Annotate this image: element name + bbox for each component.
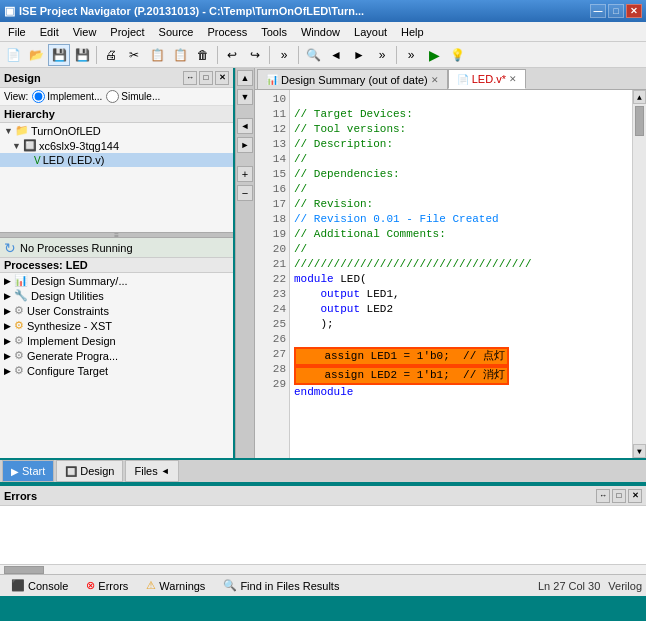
process-generate[interactable]: ▶ ⚙ Generate Progra... bbox=[0, 348, 233, 363]
refresh-icon: ↻ bbox=[4, 240, 16, 256]
menu-help[interactable]: Help bbox=[395, 23, 430, 41]
undo-button[interactable]: ↩ bbox=[221, 44, 243, 66]
new-button[interactable]: 📄 bbox=[2, 44, 24, 66]
panel-header-controls: ↔ □ ✕ bbox=[183, 71, 229, 85]
cursor-position: Ln 27 Col 30 bbox=[538, 580, 600, 592]
view-impl-option[interactable]: Implement... bbox=[32, 90, 102, 103]
zoom-out-button[interactable]: − bbox=[237, 185, 253, 201]
toolbar-group-file: 📄 📂 💾 💾 bbox=[2, 44, 93, 66]
view-impl-radio[interactable] bbox=[32, 90, 45, 103]
h-scroll-thumb[interactable] bbox=[4, 566, 44, 574]
tab-icon-led: 📄 bbox=[457, 74, 469, 85]
vfile-icon: V bbox=[34, 155, 41, 166]
nav-up-button[interactable]: ▲ bbox=[237, 70, 253, 86]
menu-tools[interactable]: Tools bbox=[255, 23, 293, 41]
expand-proc-1: ▶ bbox=[4, 276, 11, 286]
menu-view[interactable]: View bbox=[67, 23, 103, 41]
errors-panel: Errors ↔ □ ✕ bbox=[0, 484, 646, 574]
view-sim-radio[interactable] bbox=[106, 90, 119, 103]
code-content[interactable]: // Target Devices: // Tool versions: // … bbox=[290, 90, 632, 458]
errors-minimize-button[interactable]: □ bbox=[612, 489, 626, 503]
search-next-button[interactable]: ► bbox=[348, 44, 370, 66]
menu-project[interactable]: Project bbox=[104, 23, 150, 41]
status-tab-warnings[interactable]: ⚠ Warnings bbox=[139, 577, 212, 594]
copy-button[interactable]: 📋 bbox=[146, 44, 168, 66]
redo-button[interactable]: ↪ bbox=[244, 44, 266, 66]
panel-close-button[interactable]: ✕ bbox=[215, 71, 229, 85]
process-implement[interactable]: ▶ ⚙ Implement Design bbox=[0, 333, 233, 348]
scroll-down-button[interactable]: ▼ bbox=[633, 444, 646, 458]
design-tab-button[interactable]: 🔲 Design bbox=[56, 460, 123, 482]
process-synthesize[interactable]: ▶ ⚙ Synthesize - XST bbox=[0, 318, 233, 333]
code-area: 10111213 14151617 18192021 22232425 2627… bbox=[255, 90, 646, 458]
app-icon: ▣ bbox=[4, 4, 15, 18]
run-more-button[interactable]: » bbox=[400, 44, 422, 66]
scroll-thumb[interactable] bbox=[635, 106, 644, 136]
status-tab-find[interactable]: 🔍 Find in Files Results bbox=[216, 577, 346, 594]
panel-minimize-button[interactable]: □ bbox=[199, 71, 213, 85]
panel-float-button[interactable]: ↔ bbox=[183, 71, 197, 85]
maximize-button[interactable]: □ bbox=[608, 4, 624, 18]
nav-down-button[interactable]: ▼ bbox=[237, 89, 253, 105]
delete-button[interactable]: 🗑 bbox=[192, 44, 214, 66]
save-button[interactable]: 💾 bbox=[48, 44, 70, 66]
tab-led[interactable]: 📄 LED.v* ✕ bbox=[448, 69, 526, 89]
process-design-summary[interactable]: ▶ 📊 Design Summary/... bbox=[0, 273, 233, 288]
open-button[interactable]: 📂 bbox=[25, 44, 47, 66]
save-all-button[interactable]: 💾 bbox=[71, 44, 93, 66]
title-bar-left: ▣ ISE Project Navigator (P.20131013) - C… bbox=[4, 4, 364, 18]
menu-process[interactable]: Process bbox=[201, 23, 253, 41]
status-tab-errors[interactable]: ⊗ Errors bbox=[79, 577, 135, 594]
errors-scrollbar-h[interactable] bbox=[0, 564, 646, 574]
status-tab-console[interactable]: ⬛ Console bbox=[4, 577, 75, 594]
start-button[interactable]: ▶ Start bbox=[2, 460, 54, 482]
menu-layout[interactable]: Layout bbox=[348, 23, 393, 41]
errors-header: Errors ↔ □ ✕ bbox=[0, 486, 646, 506]
toolbar-sep-4 bbox=[298, 46, 299, 64]
nav-right-button[interactable]: ► bbox=[237, 137, 253, 153]
minimize-button[interactable]: — bbox=[590, 4, 606, 18]
tab-close-led[interactable]: ✕ bbox=[509, 74, 517, 84]
tree-item-device[interactable]: ▼ 🔲 xc6slx9-3tqg144 bbox=[0, 138, 233, 153]
tree-item-project[interactable]: ▼ 📁 TurnOnOfLED bbox=[0, 123, 233, 138]
menu-source[interactable]: Source bbox=[153, 23, 200, 41]
tree-label-device: xc6slx9-3tqg144 bbox=[39, 140, 119, 152]
proc-icon-2: 🔧 bbox=[14, 289, 28, 302]
process-design-utilities[interactable]: ▶ 🔧 Design Utilities bbox=[0, 288, 233, 303]
search-button[interactable]: 🔍 bbox=[302, 44, 324, 66]
paste-button[interactable]: 📋 bbox=[169, 44, 191, 66]
menu-edit[interactable]: Edit bbox=[34, 23, 65, 41]
files-tab-label: Files bbox=[134, 465, 157, 477]
files-tab-button[interactable]: Files ◄ bbox=[125, 460, 178, 482]
more-button[interactable]: » bbox=[273, 44, 295, 66]
title-bar: ▣ ISE Project Navigator (P.20131013) - C… bbox=[0, 0, 646, 22]
errors-float-button[interactable]: ↔ bbox=[596, 489, 610, 503]
tab-design-summary[interactable]: 📊 Design Summary (out of date) ✕ bbox=[257, 69, 448, 89]
menu-window[interactable]: Window bbox=[295, 23, 346, 41]
menu-file[interactable]: File bbox=[2, 23, 32, 41]
close-button[interactable]: ✕ bbox=[626, 4, 642, 18]
more-search-button[interactable]: » bbox=[371, 44, 393, 66]
process-configure[interactable]: ▶ ⚙ Configure Target bbox=[0, 363, 233, 378]
errors-close-button[interactable]: ✕ bbox=[628, 489, 642, 503]
processes-header: ↻ No Processes Running bbox=[0, 238, 233, 258]
code-scrollbar-v[interactable]: ▲ ▼ bbox=[632, 90, 646, 458]
search-prev-button[interactable]: ◄ bbox=[325, 44, 347, 66]
view-sim-option[interactable]: Simule... bbox=[106, 90, 160, 103]
expand-proc-7: ▶ bbox=[4, 366, 11, 376]
print-button[interactable]: 🖨 bbox=[100, 44, 122, 66]
window-title: ISE Project Navigator (P.20131013) - C:\… bbox=[19, 5, 364, 17]
cut-button[interactable]: ✂ bbox=[123, 44, 145, 66]
run-button[interactable]: ▶ bbox=[423, 44, 445, 66]
scroll-track[interactable] bbox=[633, 104, 646, 444]
process-user-constraints[interactable]: ▶ ⚙ User Constraints bbox=[0, 303, 233, 318]
light-button[interactable]: 💡 bbox=[446, 44, 468, 66]
left-panel: Design ↔ □ ✕ View: Implement... Simule..… bbox=[0, 68, 235, 458]
right-panel: 📊 Design Summary (out of date) ✕ 📄 LED.v… bbox=[255, 68, 646, 458]
proc-icon-1: 📊 bbox=[14, 274, 28, 287]
nav-left-button[interactable]: ◄ bbox=[237, 118, 253, 134]
tree-item-led[interactable]: V LED (LED.v) bbox=[0, 153, 233, 167]
scroll-up-button[interactable]: ▲ bbox=[633, 90, 646, 104]
tab-close-summary[interactable]: ✕ bbox=[431, 75, 439, 85]
zoom-in-button[interactable]: + bbox=[237, 166, 253, 182]
